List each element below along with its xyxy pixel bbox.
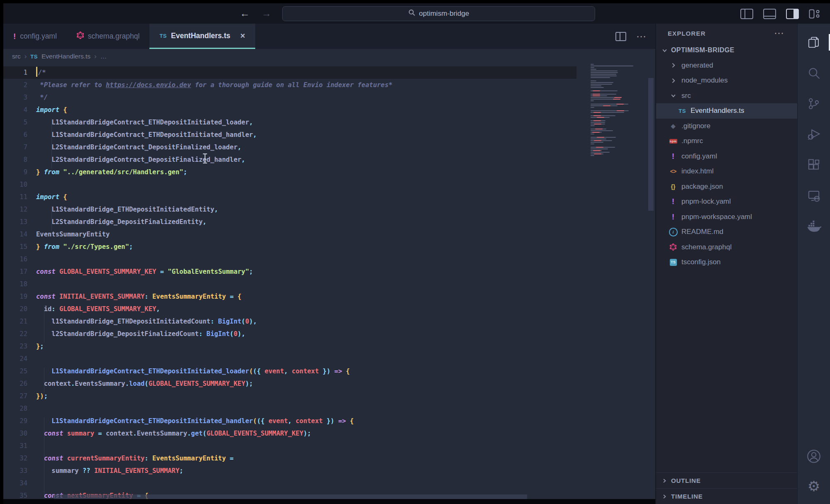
list-item-tsconfig-json[interactable]: TStsconfig.json [656,255,797,270]
breadcrumb-symbol[interactable]: … [100,53,107,60]
explorer-more-icon[interactable]: ⋯ [774,31,785,35]
list-item-readme-md[interactable]: iREADME.md [656,224,797,240]
files-icon[interactable] [804,33,823,52]
code-line[interactable]: 15} from "./src/Types.gen"; [3,241,576,253]
list-item-pnpm-lock-yaml[interactable]: !pnpm-lock.yaml [656,194,797,209]
code-line[interactable]: 2 *Please refer to https://docs.envio.de… [3,79,576,91]
code-line[interactable]: 3 */ [3,91,576,104]
breadcrumb-src[interactable]: src [12,53,21,60]
code-line[interactable]: 7 L2StandardBridgeContract_DepositFinali… [3,141,576,153]
activity-bar: ⚙ [797,24,830,504]
split-editor-icon[interactable] [615,32,626,41]
command-center-search[interactable]: optimism-bridge [282,6,595,21]
code-line[interactable]: 27}); [3,390,576,402]
line-number: 2 [3,79,27,91]
customize-layout-icon[interactable] [809,9,821,19]
code-editor[interactable]: 1/*2 *Please refer to https://docs.envio… [3,64,655,504]
breadcrumb-file[interactable]: EventHandlers.ts [42,53,90,60]
tab-config-yaml[interactable]: ! config.yaml [3,24,67,49]
code-line[interactable]: 17const GLOBAL_EVENTS_SUMMARY_KEY = "Glo… [3,265,576,278]
list-item-index-html[interactable]: <>index.html [656,164,797,179]
code-line[interactable]: 29 L1StandardBridgeContract_ETHDepositIn… [3,415,576,427]
remote-explorer-icon[interactable] [804,186,823,205]
breadcrumb[interactable]: src › TS EventHandlers.ts › … [3,49,655,64]
code-line[interactable]: 30 const summary = context.EventsSummary… [3,427,576,440]
code-text [27,278,36,290]
explorer-title: EXPLORER [668,30,706,37]
code-line[interactable]: 10 [3,178,576,191]
toggle-secondary-sidebar-icon[interactable] [786,9,799,19]
list-item--npmrc[interactable]: npm.npmrc [656,134,797,149]
code-line[interactable]: 21 l1StandardBridge_ETHDepositInitiatedC… [3,315,576,328]
run-debug-icon[interactable] [804,125,823,144]
line-number: 34 [3,477,27,489]
code-text: }; [27,340,44,353]
project-root[interactable]: OPTIMISM-BRIDGE [656,43,797,58]
code-line[interactable]: 34 [3,477,576,489]
list-item-pnpm-workspace-yaml[interactable]: !pnpm-workspace.yaml [656,209,797,225]
code-line[interactable]: 14EventsSummaryEntity [3,228,576,241]
layout-controls [740,9,821,19]
code-line[interactable]: 36 ...currentSummaryEntity, [3,502,576,504]
nav-back-icon[interactable]: ← [240,7,250,20]
tab-schema-graphql[interactable]: schema.graphql [67,24,150,49]
code-text: L1StandardBridgeContract_ETHDepositIniti… [27,415,354,427]
list-item-src[interactable]: src [656,88,797,104]
code-line[interactable]: 31 [3,440,576,452]
list-item-node-modules[interactable]: node_modules [656,73,797,88]
list-item-eventhandlers-ts[interactable]: TSEventHandlers.ts [656,103,797,119]
list-item-generated[interactable]: generated [656,58,797,73]
toggle-panel-icon[interactable] [763,9,776,19]
list-item-config-yaml[interactable]: !config.yaml [656,149,797,164]
code-line[interactable]: 25 L1StandardBridgeContract_ETHDepositIn… [3,365,576,377]
title-bar: ← → optimism-bridge [3,3,830,24]
code-line[interactable]: 16 [3,253,576,265]
outline-section[interactable]: OUTLINE [656,472,797,488]
code-line[interactable]: 5 L1StandardBridgeContract_ETHDepositIni… [3,116,576,129]
code-line[interactable]: 20 id: GLOBAL_EVENTS_SUMMARY_KEY, [3,303,576,315]
code-line[interactable]: 1/* [3,66,576,79]
code-line[interactable]: 23}; [3,340,576,353]
tab-eventhandlers-ts[interactable]: TS EventHandlers.ts × [149,24,255,49]
chevron-right-icon [662,478,667,483]
more-actions-icon[interactable]: ⋯ [636,34,647,39]
minimap[interactable] [591,64,645,157]
docker-icon[interactable] [804,217,823,236]
source-control-icon[interactable] [804,94,823,113]
code-line[interactable]: 19const INITIAL_EVENTS_SUMMARY: EventsSu… [3,290,576,303]
code-text: L1StandardBridgeContract_ETHDepositIniti… [27,365,350,377]
code-line[interactable]: 24 [3,353,576,365]
list-item-schema-graphql[interactable]: schema.graphql [656,240,797,255]
code-line[interactable]: 4import { [3,104,576,116]
code-line[interactable]: 9} from "../generated/src/Handlers.gen"; [3,166,576,178]
account-icon[interactable] [804,447,823,466]
list-item-package-json[interactable]: {}package.json [656,179,797,195]
code-line[interactable]: 18 [3,278,576,290]
code-line[interactable]: 22 l2StandardBridge_DepositFinalizedCoun… [3,328,576,340]
search-icon[interactable] [804,63,823,83]
horizontal-scrollbar[interactable] [54,494,527,499]
code-line[interactable]: 26 context.EventsSummary.load(GLOBAL_EVE… [3,377,576,390]
extensions-icon[interactable] [804,156,823,175]
code-line[interactable]: 28 [3,402,576,415]
code-text: summary ?? INITIAL_EVENTS_SUMMARY; [27,465,183,477]
code-line[interactable]: 33 summary ?? INITIAL_EVENTS_SUMMARY; [3,465,576,477]
timeline-section[interactable]: TIMELINE [656,488,797,504]
code-line[interactable]: 32 const currentSummaryEntity: EventsSum… [3,452,576,465]
line-number: 5 [3,116,27,129]
vertical-scrollbar[interactable] [648,64,654,504]
code-text: L2StandardBridgeContract_DepositFinalize… [27,141,242,153]
code-line[interactable]: 8 L2StandardBridgeContract_DepositFinali… [3,153,576,166]
code-line[interactable]: 11import { [3,191,576,203]
code-line[interactable]: 13 L2StandardBridge_DepositFinalizedEnti… [3,216,576,228]
code-line[interactable]: 6 L1StandardBridgeContract_ETHDepositIni… [3,129,576,141]
line-number: 19 [3,290,27,303]
chevron-down-icon [669,93,678,98]
nav-forward-icon[interactable]: → [261,7,271,20]
close-icon[interactable]: × [240,31,245,41]
code-line[interactable]: 12 L1StandardBridge_ETHDepositInitiatedE… [3,203,576,216]
settings-gear-icon[interactable]: ⚙ [804,477,823,496]
line-number: 9 [3,166,27,178]
toggle-primary-sidebar-icon[interactable] [740,9,753,19]
list-item--gitignore[interactable]: ◆.gitignore [656,119,797,134]
